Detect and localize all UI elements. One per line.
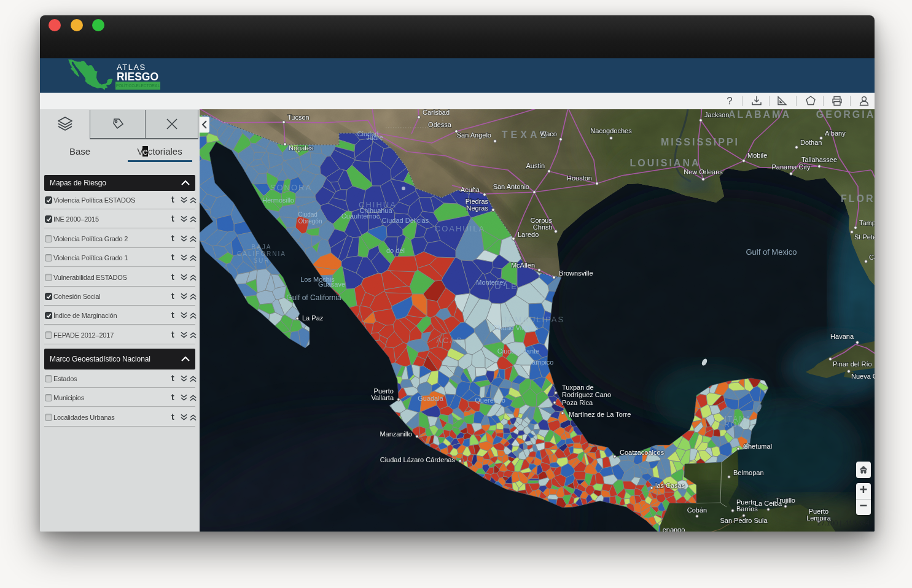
svg-text:?: ? <box>727 95 732 107</box>
